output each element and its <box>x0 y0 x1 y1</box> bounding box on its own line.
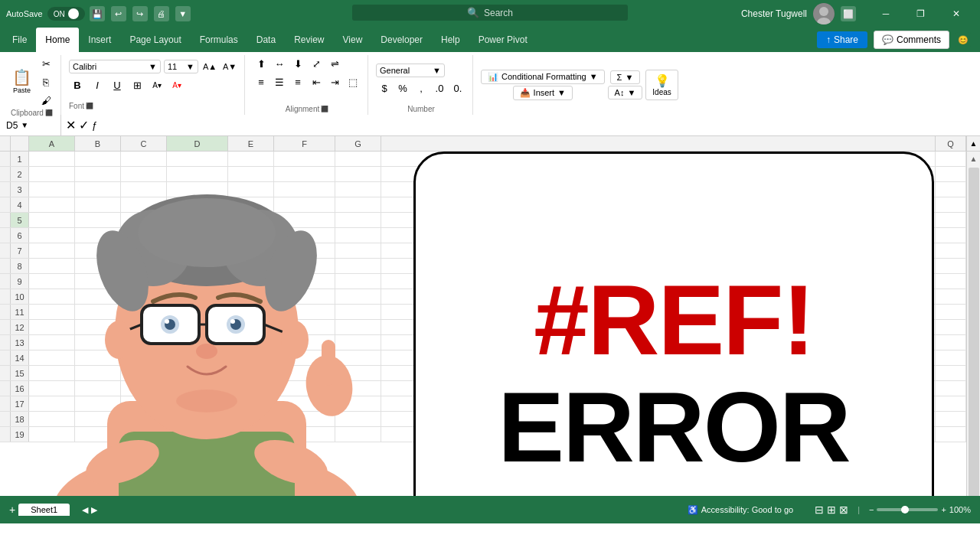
grid-cell-q[interactable] <box>936 259 966 273</box>
copy-button[interactable]: ⎘ <box>38 73 54 90</box>
tab-page-layout[interactable]: Page Layout <box>120 28 190 52</box>
font-color-button[interactable]: A▾ <box>168 77 185 93</box>
view-page-layout-icon[interactable]: ⊞ <box>827 504 836 516</box>
scroll-thumb[interactable] <box>969 168 979 507</box>
vertical-scrollbar[interactable]: ▲ ▼ <box>966 152 980 523</box>
wrap-text-button[interactable]: ⇌ <box>326 55 343 72</box>
insert-function-icon[interactable]: ƒ <box>92 119 97 131</box>
user-avatar[interactable] <box>813 3 835 24</box>
scroll-up-icon[interactable]: ▲ <box>966 136 980 151</box>
grid-cell-q[interactable] <box>936 427 966 442</box>
close-button[interactable]: ✕ <box>939 0 974 28</box>
currency-button[interactable]: $ <box>376 80 393 96</box>
confirm-formula-icon[interactable]: ✓ <box>79 118 89 132</box>
underline-button[interactable]: U <box>109 77 126 93</box>
col-header-c[interactable]: C <box>121 136 167 151</box>
merge-center-button[interactable]: ⬚ <box>345 73 361 90</box>
view-normal-icon[interactable]: ⊟ <box>815 504 824 516</box>
decrease-decimal-button[interactable]: 0. <box>449 80 466 96</box>
col-header-e[interactable]: E <box>228 136 274 151</box>
restore-button[interactable]: ❐ <box>903 0 939 28</box>
grid-cell[interactable] <box>274 152 335 166</box>
increase-indent-button[interactable]: ⇥ <box>326 73 343 90</box>
comma-button[interactable]: , <box>413 80 430 96</box>
tab-review[interactable]: Review <box>285 28 333 52</box>
number-format-dropdown[interactable]: ▼ <box>433 66 441 75</box>
zoom-in-icon[interactable]: + <box>941 505 946 514</box>
ideas-button[interactable]: 💡 Ideas <box>645 70 678 100</box>
name-box-dropdown[interactable]: ▼ <box>21 121 28 129</box>
grid-cell[interactable] <box>335 152 381 166</box>
scroll-up-arrow[interactable]: ▲ <box>969 152 979 166</box>
decrease-font-button[interactable]: A▼ <box>221 58 238 75</box>
minimize-button[interactable]: ─ <box>868 0 903 28</box>
conditional-formatting-button[interactable]: 📊Conditional Formatting▼ <box>481 70 605 84</box>
grid-cell-q[interactable] <box>936 396 966 411</box>
redo-icon[interactable]: ↪ <box>132 6 148 21</box>
name-box[interactable]: D5 ▼ <box>0 115 61 135</box>
grid-cell-q[interactable] <box>936 381 966 396</box>
tab-formulas[interactable]: Formulas <box>191 28 247 52</box>
col-header-b[interactable]: B <box>75 136 121 151</box>
print-icon[interactable]: 🖨 <box>154 6 169 21</box>
bold-button[interactable]: B <box>69 77 86 93</box>
cancel-formula-icon[interactable]: ✕ <box>66 118 76 132</box>
increase-font-button[interactable]: A▲ <box>201 58 218 75</box>
tab-developer[interactable]: Developer <box>371 28 432 52</box>
cut-button[interactable]: ✂ <box>38 55 54 72</box>
grid-cell-q[interactable] <box>936 350 966 365</box>
grid-cell[interactable] <box>228 152 274 166</box>
align-middle-button[interactable]: ↔ <box>271 55 288 72</box>
tab-help[interactable]: Help <box>432 28 469 52</box>
grid-cell-q[interactable] <box>936 152 966 166</box>
sheet-tab[interactable]: Sheet1 <box>18 504 70 516</box>
grid-cell[interactable] <box>29 152 75 166</box>
comments-button[interactable]: 💬 Comments <box>874 31 949 49</box>
person-icon[interactable]: 😊 <box>956 32 971 47</box>
ribbon-display-icon[interactable]: ⬜ <box>841 6 856 21</box>
grid-cell-q[interactable] <box>936 335 966 350</box>
tab-insert[interactable]: Insert <box>79 28 120 52</box>
border-button[interactable]: ⊞ <box>129 77 145 93</box>
tab-data[interactable]: Data <box>247 28 285 52</box>
search-placeholder[interactable]: Search <box>484 8 513 18</box>
autosave-toggle[interactable]: ON <box>47 7 85 21</box>
insert-cells-button[interactable]: 📥Insert▼ <box>513 86 573 100</box>
grid-cell-q[interactable] <box>936 320 966 334</box>
col-header-d[interactable]: D <box>167 136 228 151</box>
grid-cell-q[interactable] <box>936 366 966 380</box>
align-center-button[interactable]: ☰ <box>271 73 288 90</box>
align-top-button[interactable]: ⬆ <box>253 55 270 72</box>
fill-color-button[interactable]: A▾ <box>149 77 165 93</box>
grid-cell-q[interactable] <box>936 305 966 319</box>
tab-home[interactable]: Home <box>36 28 79 52</box>
grid-cell-q[interactable] <box>936 412 966 426</box>
col-header-f[interactable]: F <box>274 136 335 151</box>
grid-cell-q[interactable] <box>936 182 966 197</box>
sort-filter-button[interactable]: A↕▼ <box>608 86 643 99</box>
tab-file[interactable]: File <box>3 28 36 52</box>
scroll-right-sheet-icon[interactable]: ▶ <box>91 505 97 515</box>
italic-button[interactable]: I <box>89 77 106 93</box>
align-left-button[interactable]: ≡ <box>253 73 270 90</box>
grid-cell[interactable] <box>121 152 167 166</box>
grid-cell-q[interactable] <box>936 213 966 227</box>
grid-cell[interactable] <box>75 152 121 166</box>
tab-power-pivot[interactable]: Power Pivot <box>469 28 537 52</box>
scroll-left-sheet-icon[interactable]: ◀ <box>82 505 88 515</box>
grid-cell-q[interactable] <box>936 228 966 243</box>
col-header-q[interactable]: Q <box>936 136 966 151</box>
zoom-out-icon[interactable]: − <box>869 505 874 514</box>
format-painter-button[interactable]: 🖌 <box>38 92 54 109</box>
view-page-break-icon[interactable]: ⊠ <box>839 504 848 516</box>
grid-cell-q[interactable] <box>936 289 966 304</box>
align-bottom-button[interactable]: ⬇ <box>289 55 306 72</box>
font-expand-icon[interactable]: ⬛ <box>86 103 93 109</box>
add-sheet-icon[interactable]: + <box>9 504 15 516</box>
percent-button[interactable]: % <box>394 80 411 96</box>
decrease-indent-button[interactable]: ⇤ <box>308 73 325 90</box>
grid-cell-q[interactable] <box>936 197 966 212</box>
grid-cell[interactable] <box>167 152 228 166</box>
more-icon[interactable]: ▼ <box>175 6 191 21</box>
col-header-g[interactable]: G <box>335 136 381 151</box>
